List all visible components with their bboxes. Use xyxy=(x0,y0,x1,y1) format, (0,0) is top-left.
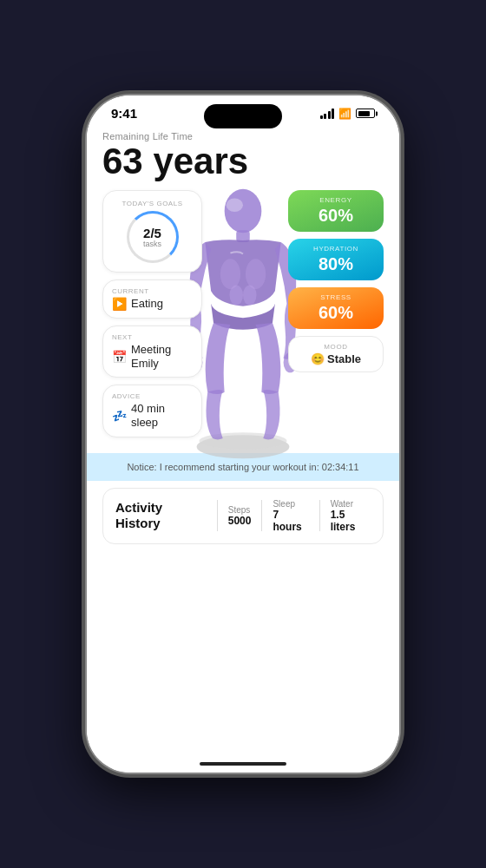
left-cards: TODAY'S GOALS 2/5 tasks CURRENT ▶️ Eatin… xyxy=(102,190,202,437)
goals-label: TODAY'S GOALS xyxy=(110,200,194,207)
stress-label: STRESS xyxy=(297,293,375,301)
advice-label: ADVICE xyxy=(112,392,193,400)
svg-point-7 xyxy=(246,259,266,289)
phone-screen: 9:41 📶 Remaining Life Time 63 years xyxy=(87,95,399,773)
mood-emoji: 😊 xyxy=(311,352,325,365)
advice-activity: 💤 40 min sleep xyxy=(112,402,193,429)
meeting-icon: 📅 xyxy=(112,350,127,364)
next-activity-card[interactable]: NEXT 📅 Meeting Emily xyxy=(102,326,202,378)
phone-frame: 9:41 📶 Remaining Life Time 63 years xyxy=(87,95,399,773)
right-cards: ENERGY 60% HYDRATION 80% STRESS 60% xyxy=(288,190,384,372)
water-label: Water xyxy=(331,499,371,509)
next-activity: 📅 Meeting Emily xyxy=(112,343,193,370)
eating-icon: ▶️ xyxy=(112,297,127,311)
sleep-stat: Sleep 7 hours xyxy=(273,499,308,533)
hydration-value: 80% xyxy=(297,254,375,274)
mood-value: 😊 Stable xyxy=(298,352,374,365)
divider-1 xyxy=(217,500,218,531)
activity-history-card[interactable]: Activity History Steps 5000 Sleep 7 hour… xyxy=(102,488,384,544)
tasks-count: 2/5 xyxy=(143,227,161,240)
hydration-card[interactable]: HYDRATION 80% xyxy=(288,239,384,280)
divider-2 xyxy=(261,500,262,531)
mood-text: Stable xyxy=(327,352,361,365)
energy-value: 60% xyxy=(297,206,375,226)
water-value: 1.5 liters xyxy=(331,509,371,533)
sleep-label: Sleep xyxy=(273,499,308,509)
advice-card[interactable]: ADVICE 💤 40 min sleep xyxy=(102,385,202,437)
header-section: Remaining Life Time 63 years xyxy=(102,124,384,187)
current-activity-card[interactable]: CURRENT ▶️ Eating xyxy=(102,279,202,319)
eating-text: Eating xyxy=(131,297,163,311)
hydration-label: HYDRATION xyxy=(297,245,375,253)
divider-3 xyxy=(319,500,320,531)
tasks-circle: 2/5 tasks xyxy=(127,211,179,263)
steps-stat: Steps 5000 xyxy=(228,505,252,527)
signal-bars-icon xyxy=(320,108,335,119)
wifi-icon: 📶 xyxy=(338,108,351,120)
dynamic-island xyxy=(204,104,282,128)
energy-label: ENERGY xyxy=(297,196,375,204)
status-time: 9:41 xyxy=(111,106,137,121)
water-stat: Water 1.5 liters xyxy=(331,499,371,533)
current-label: CURRENT xyxy=(112,287,193,295)
svg-point-8 xyxy=(229,286,243,306)
meeting-text: Meeting Emily xyxy=(131,343,193,370)
next-label: NEXT xyxy=(112,333,193,341)
svg-point-10 xyxy=(227,199,243,213)
svg-point-9 xyxy=(243,286,257,306)
tasks-word: tasks xyxy=(143,240,161,248)
life-years: 63 years xyxy=(102,141,384,181)
sleep-value: 7 hours xyxy=(273,509,308,533)
svg-point-6 xyxy=(220,259,240,289)
advice-text: 40 min sleep xyxy=(131,402,193,429)
energy-card[interactable]: ENERGY 60% xyxy=(288,190,384,232)
mood-label: MOOD xyxy=(298,343,374,351)
current-activity: ▶️ Eating xyxy=(112,297,193,311)
svg-point-2 xyxy=(225,189,262,233)
stress-value: 60% xyxy=(297,303,375,323)
body-layout: TODAY'S GOALS 2/5 tasks CURRENT ▶️ Eatin… xyxy=(102,190,384,437)
steps-value: 5000 xyxy=(228,515,252,527)
activity-history-title: Activity History xyxy=(115,500,207,531)
main-content: Remaining Life Time 63 years TODAY'S GOA… xyxy=(87,124,399,763)
steps-label: Steps xyxy=(228,505,252,515)
stress-card[interactable]: STRESS 60% xyxy=(288,287,384,329)
battery-icon xyxy=(356,108,375,118)
sleep-icon: 💤 xyxy=(112,409,127,423)
status-icons: 📶 xyxy=(320,108,376,120)
goals-card[interactable]: TODAY'S GOALS 2/5 tasks xyxy=(102,190,202,273)
mood-card[interactable]: MOOD 😊 Stable xyxy=(288,336,384,372)
home-indicator[interactable] xyxy=(200,762,286,766)
